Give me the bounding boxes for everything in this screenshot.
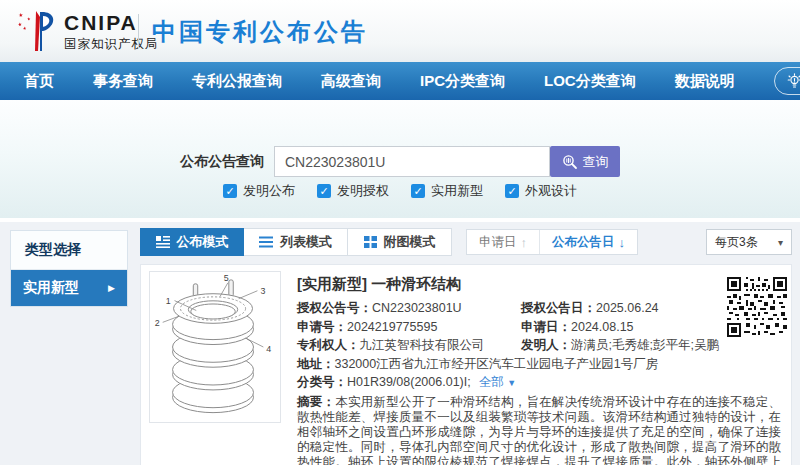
usage-help-button[interactable]: 使用说明 [774,67,800,95]
figure-label: 3 [260,286,265,296]
sort-by-application-date[interactable]: 申请日 ↑ [467,230,539,254]
header-divider [138,14,139,48]
grant-date-label: 授权公告日： [521,300,596,316]
figure-label: 4 [266,344,271,354]
abstract-text: 本实用新型公开了一种滑环结构，旨在解决传统滑环设计中存在的连接不稳定、散热性能差… [297,395,781,465]
arrow-right-icon: ▶ [108,283,115,293]
field-row: 授权公告号： CN223023801U 授权公告日： 2025.06.24 [297,300,781,316]
address-label: 地址： [297,356,335,372]
tab-label: 公布模式 [177,233,229,251]
nav-item-home[interactable]: 首页 [24,72,54,91]
nav-item-gazette-query[interactable]: 专利公报查询 [192,72,282,91]
patentee-label: 专利权人： [297,337,360,353]
header: CNIPA 国家知识产权局 中国专利公布公告 [0,0,800,62]
patent-announcement-page: CNIPA 国家知识产权局 中国专利公布公告 首页 事务查询 专利公报查询 高级… [0,0,800,465]
filter-label: 发明公布 [243,182,295,200]
tab-figure-mode[interactable]: 附图模式 [348,228,452,256]
nav-item-transaction-query[interactable]: 事务查询 [93,72,153,91]
grant-no-value: CN223023801U [372,300,462,316]
search-button[interactable]: 查询 [550,146,620,177]
figure-label: 1 [166,296,171,306]
search-button-label: 查询 [583,153,609,171]
lightbulb-icon [787,73,800,89]
filter-row: ✓ 发明公布 ✓ 发明授权 ✓ 实用新型 ✓ 外观设计 [0,182,800,200]
sort-by-publication-date[interactable]: 公布公告日 ↓ [539,230,637,254]
patent-figure[interactable]: 1 2 3 4 5 [149,271,281,423]
ipc-all-link[interactable]: 全部 ▼ [479,374,516,391]
magnifier-icon [562,154,578,170]
patent-title[interactable]: [实用新型] 一种滑环结构 [297,273,781,294]
grant-no-label: 授权公告号： [297,300,372,316]
sort-label: 公布公告日 [552,234,615,251]
filter-invention-grant[interactable]: ✓ 发明授权 [317,182,389,200]
inventors-label: 发明人： [521,337,571,353]
filter-design[interactable]: ✓ 外观设计 [505,182,577,200]
publication-mode-icon [156,236,170,248]
abstract-label: 摘要： [297,395,335,409]
sort-up-icon: ↑ [521,235,528,250]
sidebar-item-label: 实用新型 [23,279,79,297]
tab-list-mode[interactable]: 列表模式 [244,228,348,256]
filter-utility-model[interactable]: ✓ 实用新型 [411,182,483,200]
figure-mode-icon [364,236,377,248]
page-size-select[interactable]: 每页3条 ▾ [706,229,792,255]
filter-label: 实用新型 [431,182,483,200]
figure-label: 5 [224,273,229,283]
search-section: 公布公告查询 查询 ✓ 发明公布 ✓ 发明授权 [0,100,800,218]
tab-label: 附图模式 [384,233,436,251]
sort-label: 申请日 [479,234,517,251]
filter-invention-publication[interactable]: ✓ 发明公布 [223,182,295,200]
filter-label: 发明授权 [337,182,389,200]
patent-details: [实用新型] 一种滑环结构 [297,273,781,465]
sidebar-title: 类型选择 [11,231,127,270]
patent-abstract: 摘要：本实用新型公开了一种滑环结构，旨在解决传统滑环设计中存在的连接不稳定、散热… [297,395,781,465]
ipc-label: 分类号： [297,374,347,391]
filter-label: 外观设计 [525,182,577,200]
field-row: 地址： 332000江西省九江市经开区汽车工业园电子产业园1号厂房 [297,356,781,372]
page-size-value: 每页3条 [715,234,758,251]
search-label: 公布公告查询 [180,153,264,171]
tab-publication-mode[interactable]: 公布模式 [140,228,244,256]
checkbox-checked-icon[interactable]: ✓ [317,184,331,198]
results-toolbar: 公布模式 列表模式 [140,228,792,256]
application-date-label: 申请日： [521,319,571,335]
patent-field-rows: 授权公告号： CN223023801U 授权公告日： 2025.06.24 申请… [297,300,781,391]
figure-label: 2 [155,318,160,328]
checkbox-checked-icon[interactable]: ✓ [411,184,425,198]
field-row: 申请号： 2024219775595 申请日： 2024.08.15 [297,319,781,335]
search-row: 公布公告查询 查询 [0,146,800,177]
chevron-down-icon: ▾ [778,237,783,248]
nav-item-data-description[interactable]: 数据说明 [675,72,735,91]
application-date-value: 2024.08.15 [571,319,634,335]
checkbox-checked-icon[interactable]: ✓ [223,184,237,198]
patent-result-card: 1 2 3 4 5 [实用新型] 一种滑环结构 [140,264,792,465]
content-area: 类型选择 实用新型 ▶ 公布模式 [0,222,800,465]
application-no-label: 申请号： [297,319,347,335]
slip-ring-drawing: 1 2 3 4 5 [150,272,280,422]
grant-date-value: 2025.06.24 [596,300,659,316]
main-nav: 首页 事务查询 专利公报查询 高级查询 IPC分类查询 LOC分类查询 数据说明 [0,62,800,100]
sort-down-icon: ↓ [619,235,626,250]
publication-search-input[interactable] [274,146,550,177]
results-main: 公布模式 列表模式 [140,228,792,465]
nav-item-advanced-query[interactable]: 高级查询 [321,72,381,91]
sidebar-item-utility-model[interactable]: 实用新型 ▶ [11,270,127,306]
sort-controls: 申请日 ↑ 公布公告日 ↓ [466,229,638,255]
inventors-value: 游满员;毛秀雄;彭平年;吴鹏 [571,337,719,353]
checkbox-checked-icon[interactable]: ✓ [505,184,519,198]
patent-title-text: 一种滑环结构 [371,275,461,292]
ipc-value: H01R39/08(2006.01)I; [347,374,471,391]
page-title: 中国专利公布公告 [152,16,368,48]
application-no-value: 2024219775595 [347,319,437,335]
type-filter-sidebar: 类型选择 实用新型 ▶ [10,230,128,307]
logo-acronym: CNIPA [64,12,159,33]
logo-org-name: 国家知识产权局 [64,36,159,53]
logo-text: CNIPA 国家知识产权局 [64,12,159,53]
nav-item-loc-query[interactable]: LOC分类查询 [544,72,636,91]
field-row: 分类号： H01R39/08(2006.01)I; 全部 ▼ [297,374,781,391]
dropdown-arrow-icon: ▼ [507,378,516,388]
cnipa-logo-icon [16,9,60,53]
nav-item-ipc-query[interactable]: IPC分类查询 [420,72,505,91]
list-mode-icon [259,236,273,248]
qr-code [727,277,787,337]
